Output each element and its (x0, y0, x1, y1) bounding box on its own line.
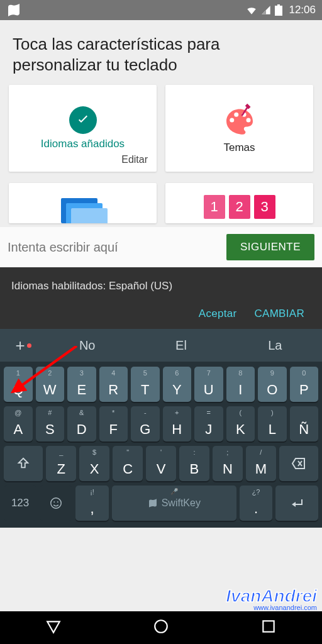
watermark: IvanAndrei www.ivanandrei.com (226, 587, 317, 611)
key-n[interactable]: ;N (213, 446, 243, 481)
numbers-icon: 123 (204, 195, 275, 219)
notification-dot-icon (27, 343, 31, 348)
key-i[interactable]: 8I (226, 367, 255, 402)
key-c[interactable]: "C (113, 446, 143, 481)
key-s[interactable]: #S (36, 406, 65, 441)
key-u[interactable]: 7U (194, 367, 223, 402)
key-emoji[interactable] (40, 486, 72, 521)
svg-point-8 (57, 501, 58, 502)
key-e[interactable]: 3E (67, 367, 96, 402)
key-,[interactable]: ¡!, (75, 486, 108, 521)
svg-point-10 (155, 620, 167, 633)
clock: 12:06 (289, 4, 316, 16)
palette-icon (222, 103, 257, 138)
card-resize[interactable] (9, 183, 157, 223)
key-j[interactable]: =J (194, 406, 223, 441)
signal-icon (261, 5, 271, 15)
key-shift[interactable] (4, 446, 43, 481)
plus-icon: + (15, 336, 25, 355)
backspace-icon (291, 457, 306, 470)
key-b[interactable]: :B (179, 446, 209, 481)
swiftkey-logo-icon (6, 3, 21, 18)
suggestion-2[interactable]: El (134, 338, 228, 353)
svg-point-5 (246, 118, 250, 123)
key-backspace[interactable] (279, 446, 318, 481)
card-themes-title: Temas (223, 142, 255, 154)
suggestion-3[interactable]: La (228, 338, 322, 353)
card-numbers[interactable]: 123 (165, 183, 313, 223)
key-space[interactable]: 🎤SwiftKey (112, 486, 236, 521)
status-icons: 12:06 (246, 4, 316, 16)
snackbar-message: Idiomas habilitados: Español (US) (11, 280, 311, 292)
key-123[interactable]: 123 (4, 486, 36, 521)
enter-icon (289, 497, 304, 509)
key-p[interactable]: 0P (290, 367, 319, 402)
battery-icon (275, 4, 282, 16)
key-t[interactable]: 5T (131, 367, 160, 402)
key-r[interactable]: 4R (99, 367, 128, 402)
svg-rect-11 (263, 621, 274, 631)
svg-point-3 (234, 113, 238, 117)
card-languages-title: Idiomas añadidos (41, 138, 125, 150)
resize-icon (61, 197, 105, 217)
svg-point-2 (230, 118, 234, 123)
nav-back-button[interactable] (45, 618, 62, 637)
key-m[interactable]: /M (246, 446, 276, 481)
nav-home-button[interactable] (153, 618, 169, 637)
snackbar-accept-button[interactable]: Aceptar (199, 308, 237, 320)
input-row: SIGUIENTE (0, 227, 322, 267)
card-themes[interactable]: Temas (165, 85, 313, 172)
plus-button[interactable]: + (0, 336, 40, 355)
key-l[interactable]: )L (258, 406, 287, 441)
suggestion-bar: + No El La (0, 329, 322, 362)
status-bar: 12:06 (0, 0, 322, 20)
nav-recent-button[interactable] (260, 618, 277, 637)
snackbar: Idiomas habilitados: Español (US) Acepta… (0, 267, 322, 329)
svg-rect-0 (275, 6, 282, 16)
shift-icon (16, 457, 30, 470)
key-y[interactable]: 6Y (163, 367, 192, 402)
key-h[interactable]: +H (163, 406, 192, 441)
key-f[interactable]: *F (99, 406, 128, 441)
keyboard: 1Q2W3E4R5T6Y7U8I9O0P @A#S&D*F-G+H=J(K)LÑ… (0, 362, 322, 528)
check-icon (69, 106, 97, 134)
android-navbar (0, 611, 322, 644)
try-input[interactable] (0, 227, 226, 267)
key-d[interactable]: &D (67, 406, 96, 441)
key-v[interactable]: 'V (146, 446, 176, 481)
page-header: Toca las características para personaliz… (0, 20, 322, 82)
emoji-icon (49, 496, 63, 510)
key-o[interactable]: 9O (258, 367, 287, 402)
key-k[interactable]: (K (226, 406, 255, 441)
key-z[interactable]: _Z (46, 446, 76, 481)
next-button[interactable]: SIGUIENTE (226, 234, 314, 260)
key-g[interactable]: -G (131, 406, 160, 441)
card-languages[interactable]: Idiomas añadidos Editar (9, 85, 157, 172)
suggestion-1[interactable]: No (40, 338, 134, 353)
swiftkey-icon (148, 498, 158, 508)
key-x[interactable]: $X (79, 446, 109, 481)
key-enter[interactable] (275, 486, 318, 521)
key-a[interactable]: @A (4, 406, 33, 441)
key-q[interactable]: 1Q (4, 367, 33, 402)
wifi-icon (246, 4, 257, 16)
svg-point-7 (54, 501, 55, 502)
svg-rect-1 (277, 4, 280, 6)
key-ñ[interactable]: Ñ (290, 406, 319, 441)
page-title: Toca las características para personaliz… (13, 34, 309, 75)
snackbar-change-button[interactable]: CAMBIAR (254, 308, 304, 320)
card-edit-link[interactable]: Editar (121, 154, 148, 165)
key-w[interactable]: 2W (36, 367, 65, 402)
svg-point-6 (51, 498, 62, 509)
key-.[interactable]: ¿?. (240, 486, 272, 521)
